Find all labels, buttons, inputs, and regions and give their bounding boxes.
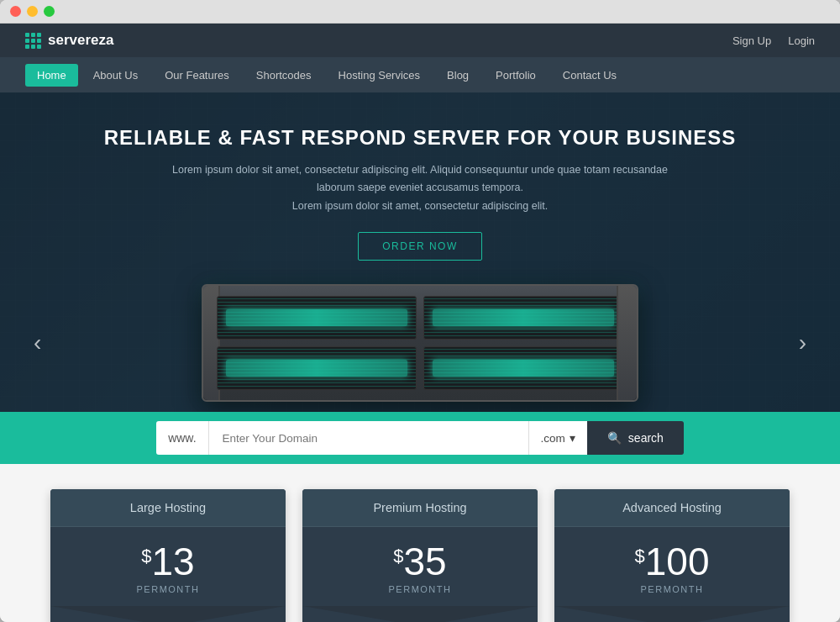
price-card-large: Large Hosting $ 13 PERMONTH xyxy=(50,489,286,622)
chevron-down-icon: ▾ xyxy=(570,431,575,445)
mac-close-button[interactable] xyxy=(10,6,21,17)
price-card-advanced: Advanced Hosting $ 100 PERMONTH xyxy=(554,489,790,622)
navbar: Home About Us Our Features Shortcodes Ho… xyxy=(0,57,840,92)
signup-link[interactable]: Sign Up xyxy=(732,34,771,47)
hero-subtitle: Lorem ipsum dolor sit amet, consectetur … xyxy=(160,161,680,215)
price-currency-3: $ xyxy=(635,547,645,566)
price-card-arrow-1 xyxy=(50,606,286,622)
hero-content: RELIABLE & FAST RESPOND SERVER FOR YOUR … xyxy=(104,126,737,276)
mac-titlebar xyxy=(0,0,840,24)
logo: servereza xyxy=(25,32,113,49)
price-value-1: 13 xyxy=(152,542,195,581)
price-card-advanced-header: Advanced Hosting xyxy=(554,489,790,527)
domain-search-button[interactable]: 🔍 search xyxy=(587,421,684,455)
price-card-large-header: Large Hosting xyxy=(50,489,286,527)
search-icon: 🔍 xyxy=(607,431,622,445)
nav-shortcodes[interactable]: Shortcodes xyxy=(244,64,323,87)
price-card-large-body: $ 13 PERMONTH xyxy=(50,527,286,606)
logo-grid-icon xyxy=(25,33,41,49)
mac-minimize-button[interactable] xyxy=(27,6,38,17)
domain-search-bar: www. .com ▾ 🔍 search xyxy=(0,412,840,464)
server-bay-3 xyxy=(217,346,417,390)
price-card-advanced-body: $ 100 PERMONTH xyxy=(554,527,790,606)
price-period-2: PERMONTH xyxy=(319,584,521,594)
price-card-arrow-3 xyxy=(554,606,790,622)
price-period-1: PERMONTH xyxy=(67,584,269,594)
price-period-3: PERMONTH xyxy=(571,584,773,594)
login-link[interactable]: Login xyxy=(788,34,815,47)
site-container: servereza Sign Up Login Home About Us Ou… xyxy=(0,24,840,622)
topbar-links: Sign Up Login xyxy=(732,34,815,47)
price-value-2: 35 xyxy=(404,542,447,581)
domain-input[interactable] xyxy=(209,421,528,455)
topbar: servereza Sign Up Login xyxy=(0,24,840,57)
price-card-premium-body: $ 35 PERMONTH xyxy=(302,527,538,606)
search-label: search xyxy=(628,431,664,445)
server-illustration-area: ‹ › xyxy=(0,284,840,402)
price-card-arrow-2 xyxy=(302,606,538,622)
nav-home[interactable]: Home xyxy=(25,64,78,87)
nav-hosting[interactable]: Hosting Services xyxy=(327,64,433,87)
nav-contact[interactable]: Contact Us xyxy=(551,64,628,87)
price-value-3: 100 xyxy=(645,542,710,581)
nav-portfolio[interactable]: Portfolio xyxy=(484,64,548,87)
price-card-premium: Premium Hosting $ 35 PERMONTH xyxy=(302,489,538,622)
price-card-premium-header: Premium Hosting xyxy=(302,489,538,527)
domain-www-label: www. xyxy=(156,421,208,455)
hero-section: RELIABLE & FAST RESPOND SERVER FOR YOUR … xyxy=(0,92,840,412)
order-now-button[interactable]: ORDER NOW xyxy=(358,232,482,261)
nav-features[interactable]: Our Features xyxy=(153,64,241,87)
domain-tld-label: .com xyxy=(541,432,565,445)
server-unit xyxy=(202,284,638,402)
mac-window: servereza Sign Up Login Home About Us Ou… xyxy=(0,0,840,622)
carousel-right-arrow[interactable]: › xyxy=(799,329,806,356)
pricing-section: Large Hosting $ 13 PERMONTH Premium Host… xyxy=(0,464,840,622)
server-bay-2 xyxy=(423,296,623,340)
domain-tld-selector[interactable]: .com ▾ xyxy=(528,421,587,455)
carousel-left-arrow[interactable]: ‹ xyxy=(34,329,41,356)
nav-blog[interactable]: Blog xyxy=(435,64,480,87)
price-card-advanced-amount: $ 100 xyxy=(571,542,773,581)
price-card-large-amount: $ 13 xyxy=(67,542,269,581)
server-bay-4 xyxy=(423,346,623,390)
server-bay-1 xyxy=(217,296,417,340)
logo-text: servereza xyxy=(48,32,113,49)
mac-maximize-button[interactable] xyxy=(44,6,55,17)
hero-title: RELIABLE & FAST RESPOND SERVER FOR YOUR … xyxy=(104,126,737,150)
price-currency-2: $ xyxy=(393,547,403,566)
price-card-premium-amount: $ 35 xyxy=(319,542,521,581)
price-currency-1: $ xyxy=(141,547,151,566)
nav-about[interactable]: About Us xyxy=(81,64,150,87)
